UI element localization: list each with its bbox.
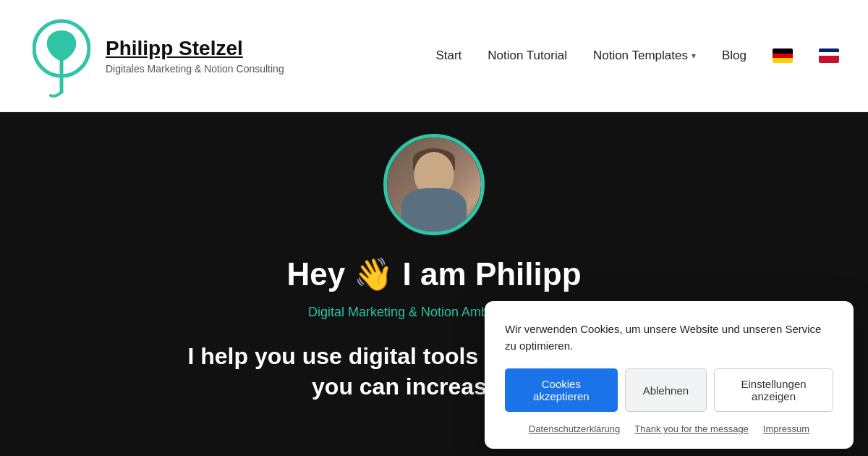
nav-item-notion-templates[interactable]: Notion Templates ▾ xyxy=(593,48,696,63)
logo-name: Philipp Stelzel xyxy=(106,37,284,60)
cookie-privacy-link[interactable]: Datenschutzerklärung xyxy=(529,423,620,434)
avatar-image xyxy=(387,138,481,232)
flag-en-icon[interactable] xyxy=(819,48,839,63)
cookie-thanks-link[interactable]: Thank you for the message xyxy=(634,423,749,434)
hero-section: Hey 👋 I am Philipp Digital Marketing & N… xyxy=(0,112,868,456)
cookie-imprint-link[interactable]: Impressum xyxy=(763,423,809,434)
cookie-links: Datenschutzerklärung Thank you for the m… xyxy=(505,423,833,434)
logo-tagline: Digitales Marketing & Notion Consulting xyxy=(106,63,284,75)
logo-icon xyxy=(29,9,94,103)
chevron-down-icon: ▾ xyxy=(692,51,696,61)
cookie-settings-button[interactable]: Einstellungen anzeigen xyxy=(714,368,833,412)
avatar-body xyxy=(401,188,467,232)
cookie-buttons: Cookies akzeptieren Ablehnen Einstellung… xyxy=(505,368,833,412)
flag-de-icon[interactable] xyxy=(773,48,793,63)
nav-item-blog[interactable]: Blog xyxy=(722,48,746,63)
site-header: Philipp Stelzel Digitales Marketing & No… xyxy=(0,0,868,112)
cookie-decline-button[interactable]: Ablehnen xyxy=(625,368,707,412)
avatar xyxy=(383,134,485,235)
cookie-banner: Wir verwenden Cookies, um unsere Website… xyxy=(485,301,854,449)
main-nav: Start Notion Tutorial Notion Templates ▾… xyxy=(435,48,839,63)
hero-title: Hey 👋 I am Philipp xyxy=(286,256,581,293)
logo-link[interactable]: Philipp Stelzel Digitales Marketing & No… xyxy=(29,9,284,103)
cookie-text: Wir verwenden Cookies, um unsere Website… xyxy=(505,321,833,354)
cookie-accept-button[interactable]: Cookies akzeptieren xyxy=(505,368,618,412)
nav-item-notion-tutorial[interactable]: Notion Tutorial xyxy=(488,48,567,63)
logo-text: Philipp Stelzel Digitales Marketing & No… xyxy=(106,37,284,75)
nav-item-start[interactable]: Start xyxy=(435,48,461,63)
